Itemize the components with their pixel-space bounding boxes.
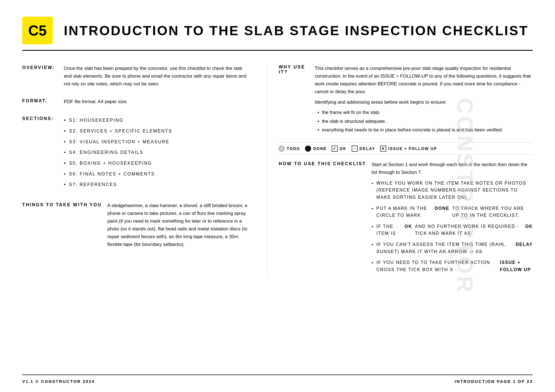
how-to-content: Start at Section 1 and work through each…	[372, 161, 533, 277]
why-use-text1: This checklist serves as a comprehensive…	[315, 65, 533, 96]
todo-icon	[279, 146, 285, 152]
section-item: S1: HOUSEKEEPING	[64, 117, 251, 125]
legend-done: DONE	[305, 146, 326, 152]
why-use-label: WHY USE IT?	[279, 65, 309, 134]
footer-right: INTRODUCTION PAGE 1 OF 23	[455, 379, 533, 384]
issue-icon: ✕	[380, 146, 386, 152]
right-column: WHY USE IT? This checklist serves as a c…	[267, 65, 533, 277]
page-header: C5 INTRODUCTION TO THE SLAB STAGE INSPEC…	[22, 17, 533, 51]
format-block: FORMAT: PDF file format. A4 paper size.	[22, 98, 251, 106]
content-area: OVERVIEW: Once the slab has been prepped…	[22, 65, 533, 277]
legend-todo: TODO	[279, 146, 300, 152]
how-to-item: IF THE ITEM IS OK AND NO FURTHER WORK IS…	[372, 223, 533, 237]
legend-ok: ✓ OK	[332, 146, 347, 152]
how-to-item: IF YOU NEED TO TO TAKE FURTHER ACTION CR…	[372, 259, 533, 273]
things-block: THINGS TO TAKE WITH YOU A sledgehammer, …	[22, 202, 251, 248]
section-item: S6: FINAL NOTES + COMMENTS	[64, 170, 251, 179]
page: C5 INTRODUCTION TO THE SLAB STAGE INSPEC…	[0, 0, 555, 392]
section-item: S3: VISUAL INSPECTION + MEASURE	[64, 138, 251, 146]
why-bullet: everything that needs to be in place bef…	[317, 126, 533, 134]
section-item: S4: ENGINEERING DETAILS	[64, 149, 251, 157]
delay-icon: →	[352, 146, 358, 152]
why-bullet: the frame will fit on the slab.	[317, 109, 533, 116]
format-label: FORMAT:	[22, 98, 58, 106]
delay-label: DELAY	[360, 146, 375, 151]
sections-block: SECTIONS: S1: HOUSEKEEPINGS2: SERVICES +…	[22, 116, 251, 192]
how-to-item: IF YOU CAN'T ASSESS THE ITEM THIS TIME (…	[372, 241, 533, 255]
legend-issue: ✕ ISSUE + FOLLOW UP	[380, 146, 437, 152]
sections-label: SECTIONS:	[22, 116, 58, 192]
footer: V1.1 © CONSTRUCTOR 2024 INTRODUCTION PAG…	[22, 375, 533, 384]
how-to-label: HOW TO USE THIS CHECKLIST	[279, 161, 366, 277]
issue-label: ISSUE + FOLLOW UP	[388, 146, 437, 151]
status-legend: TODO DONE ✓ OK → DELAY ✕ ISSUE + FOLLOW …	[279, 142, 533, 155]
how-to-list: WHILE YOU WORK ON THE ITEM TAKE NOTES OR…	[372, 180, 533, 273]
why-bullet: the slab is structural adequate.	[317, 118, 533, 125]
things-text: A sledgehammer, a claw hammer, a shovel,…	[107, 202, 251, 248]
done-icon	[305, 146, 311, 152]
sections-content: S1: HOUSEKEEPINGS2: SERVICES + SPECIFIC …	[64, 116, 251, 192]
format-text: PDF file format. A4 paper size.	[64, 98, 251, 106]
c5-badge: C5	[22, 17, 53, 44]
ok-label: OK	[340, 146, 347, 151]
footer-left: V1.1 © CONSTRUCTOR 2024	[22, 379, 95, 384]
ok-icon: ✓	[332, 146, 338, 152]
page-title: INTRODUCTION TO THE SLAB STAGE INSPECTIO…	[64, 23, 528, 38]
overview-text: Once the slab has been prepped by the co…	[64, 65, 251, 88]
todo-label: TODO	[287, 146, 300, 151]
section-item: S7: REFERENCES	[64, 181, 251, 189]
things-label: THINGS TO TAKE WITH YOU	[22, 202, 102, 248]
why-use-text2: Identifying and addressing areas before …	[315, 98, 533, 106]
section-item: S2: SERVICES + SPECIFIC ELEMENTS	[64, 128, 251, 136]
how-to-intro: Start at Section 1 and work through each…	[372, 161, 533, 176]
why-use-content: This checklist serves as a comprehensive…	[315, 65, 533, 136]
overview-label: OVERVIEW:	[22, 65, 58, 88]
sections-list: S1: HOUSEKEEPINGS2: SERVICES + SPECIFIC …	[64, 117, 251, 189]
section-item: S5: BOXING + HOUSEKEEPING	[64, 160, 251, 168]
done-label: DONE	[313, 146, 326, 151]
legend-delay: → DELAY	[352, 146, 375, 152]
how-to-item: PUT A MARK IN THE CIRCLE TO MARK DONE TO…	[372, 205, 533, 219]
overview-block: OVERVIEW: Once the slab has been prepped…	[22, 65, 251, 88]
why-use-block: WHY USE IT? This checklist serves as a c…	[279, 65, 533, 136]
how-to-block: HOW TO USE THIS CHECKLIST Start at Secti…	[279, 161, 533, 277]
why-use-bullets: the frame will fit on the slab.the slab …	[317, 109, 533, 134]
how-to-item: WHILE YOU WORK ON THE ITEM TAKE NOTES OR…	[372, 180, 533, 201]
left-column: OVERVIEW: Once the slab has been prepped…	[22, 65, 267, 277]
